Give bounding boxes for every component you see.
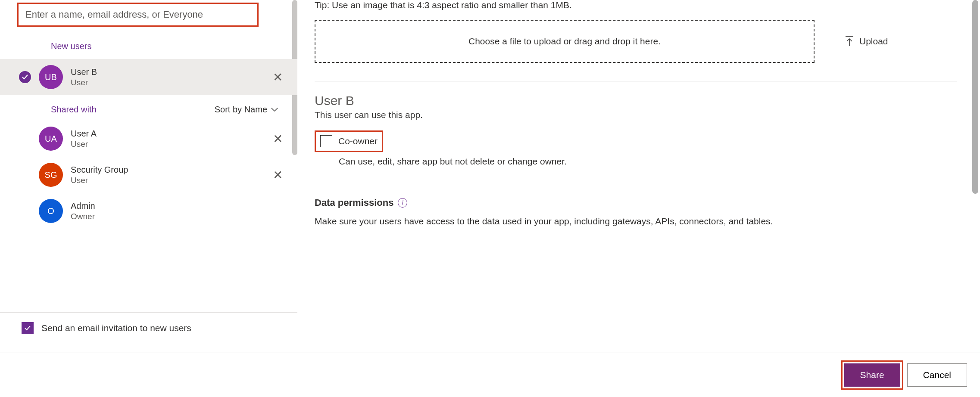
search-input[interactable] [17, 3, 259, 27]
new-users-heading: New users [0, 29, 297, 59]
avatar: SG [39, 163, 63, 187]
upload-label: Upload [859, 36, 888, 47]
info-icon[interactable]: i [398, 198, 407, 208]
user-name: User A [71, 129, 259, 139]
user-row[interactable]: SG Security Group User ✕ [0, 157, 297, 193]
sort-dropdown[interactable]: Sort by Name [215, 105, 278, 115]
data-permissions-description: Make sure your users have access to the … [315, 216, 963, 226]
shared-with-heading: Shared with [51, 105, 97, 115]
avatar: UA [39, 127, 63, 151]
divider [315, 81, 957, 81]
user-role: Owner [71, 212, 289, 221]
selected-check-icon [19, 71, 31, 83]
coowner-description: Can use, edit, share app but not delete … [315, 156, 963, 167]
upload-dropzone[interactable]: Choose a file to upload or drag and drop… [315, 20, 815, 63]
user-role: User [71, 140, 259, 149]
share-button[interactable]: Share [844, 363, 900, 387]
user-name: Admin [71, 201, 289, 211]
send-email-label: Send an email invitation to new users [41, 323, 191, 333]
tip-text: Tip: Use an image that is 4:3 aspect rat… [315, 0, 963, 10]
avatar: O [39, 199, 63, 223]
sort-label: Sort by Name [215, 105, 267, 115]
data-permissions-heading: Data permissions [315, 197, 393, 208]
detail-user-sub: This user can use this app. [315, 110, 963, 120]
user-row[interactable]: UA User A User ✕ [0, 121, 297, 157]
divider [315, 185, 957, 185]
remove-user-icon[interactable]: ✕ [267, 165, 289, 185]
remove-user-icon[interactable]: ✕ [267, 68, 289, 87]
detail-user-name: User B [315, 93, 963, 108]
send-email-checkbox[interactable] [22, 322, 34, 334]
coowner-checkbox[interactable] [320, 135, 332, 147]
user-row[interactable]: O Admin Owner [0, 193, 297, 229]
chevron-down-icon [271, 107, 278, 112]
user-role: User [71, 78, 259, 87]
coowner-label: Co-owner [338, 136, 378, 146]
user-row-selected[interactable]: UB User B User ✕ [0, 59, 297, 95]
upload-button[interactable]: Upload [845, 36, 888, 47]
upload-icon [845, 36, 854, 47]
user-name: User B [71, 67, 259, 77]
user-role: User [71, 176, 259, 185]
avatar: UB [39, 65, 63, 89]
user-name: Security Group [71, 165, 259, 175]
remove-user-icon[interactable]: ✕ [267, 129, 289, 149]
scrollbar[interactable] [972, 0, 978, 194]
cancel-button[interactable]: Cancel [907, 363, 967, 387]
